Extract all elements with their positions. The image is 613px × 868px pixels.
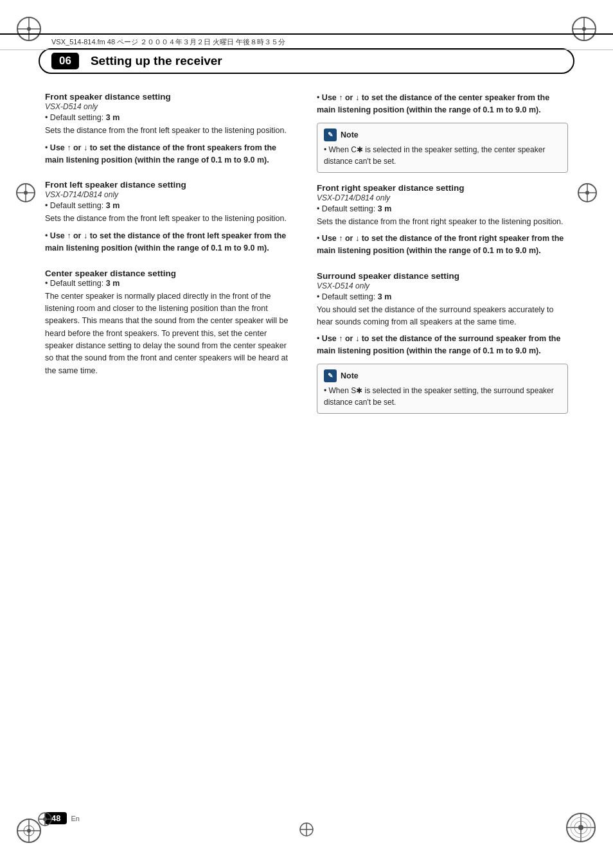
svg-point-7 xyxy=(582,27,586,31)
surround-note-box: ✎ Note • When S✱ is selected in the spea… xyxy=(317,364,568,414)
right-spiral-mid xyxy=(574,180,600,208)
section-center-speaker: Center speaker distance setting • Defaul… xyxy=(45,269,296,378)
chapter-header: 06 Setting up the receiver xyxy=(39,48,574,74)
surround-default: • Default setting: 3 m xyxy=(317,292,568,301)
corner-bottom-right xyxy=(562,808,600,849)
section-front-right-speaker: Front right speaker distance setting VSX… xyxy=(317,183,568,257)
front-left-desc: Sets the distance from the front left sp… xyxy=(45,213,296,225)
page-lang: En xyxy=(71,815,79,822)
svg-point-3 xyxy=(27,27,31,31)
surround-note-icon: ✎ xyxy=(324,369,337,382)
front-left-subtitle: VSX-D714/D814 only xyxy=(45,190,296,199)
center-speaker-default: • Default setting: 3 m xyxy=(45,279,296,288)
chapter-title: Setting up the receiver xyxy=(91,54,222,68)
surround-desc: You should set the distance of the surro… xyxy=(317,304,568,328)
surround-title: Surround speaker distance setting xyxy=(317,271,568,281)
section-front-speaker: Front speaker distance setting VSX-D514 … xyxy=(45,92,296,166)
top-bar: VSX_514-814.fm 48 ページ ２０００４年３月２日 火曜日 午後８… xyxy=(0,33,613,50)
front-left-instruction: • Use ↑ or ↓ to set the distance of the … xyxy=(45,230,296,254)
front-speaker-default: • Default setting: 3 m xyxy=(45,113,296,122)
svg-point-32 xyxy=(43,817,47,821)
center-instruction-text: • Use ↑ or ↓ to set the distance of the … xyxy=(317,92,568,116)
front-speaker-instruction: • Use ↑ or ↓ to set the distance of the … xyxy=(45,142,296,166)
chapter-number: 06 xyxy=(51,53,79,69)
surround-note-text: • When S✱ is selected in the speaker set… xyxy=(324,385,561,408)
surround-subtitle: VSX-D514 only xyxy=(317,281,568,290)
section-surround-speaker: Surround speaker distance setting VSX-D5… xyxy=(317,271,568,414)
svg-point-11 xyxy=(24,191,28,195)
left-spiral-mid xyxy=(13,180,39,208)
svg-point-19 xyxy=(27,829,31,833)
top-bar-text: VSX_514-814.fm 48 ページ ２０００４年３月２日 火曜日 午後８… xyxy=(51,38,285,46)
center-note-text: • When C✱ is selected in the speaker set… xyxy=(324,144,561,167)
center-note-icon: ✎ xyxy=(324,128,337,141)
center-speaker-title: Center speaker distance setting xyxy=(45,269,296,278)
surround-instruction: • Use ↑ or ↓ to set the distance of the … xyxy=(317,333,568,357)
center-note-label: Note xyxy=(341,130,359,139)
surround-note-header: ✎ Note xyxy=(324,369,561,382)
right-column: • Use ↑ or ↓ to set the distance of the … xyxy=(317,92,568,424)
front-speaker-subtitle: VSX-D514 only xyxy=(45,102,296,111)
bottom-left-reg xyxy=(35,810,55,831)
front-speaker-title: Front speaker distance setting xyxy=(45,92,296,102)
front-right-instruction: • Use ↑ or ↓ to set the distance of the … xyxy=(317,233,568,257)
center-note-box: ✎ Note • When C✱ is selected in the spea… xyxy=(317,123,568,173)
surround-note-label: Note xyxy=(341,371,359,380)
front-left-default: • Default setting: 3 m xyxy=(45,201,296,210)
front-left-title: Front left speaker distance setting xyxy=(45,180,296,190)
center-speaker-desc: The center speaker is normally placed di… xyxy=(45,290,296,378)
front-right-subtitle: VSX-D714/D814 only xyxy=(317,193,568,202)
front-right-default: • Default setting: 3 m xyxy=(317,204,568,213)
svg-point-15 xyxy=(585,191,589,195)
front-right-desc: Sets the distance from the front right s… xyxy=(317,216,568,228)
section-center-instruction: • Use ↑ or ↓ to set the distance of the … xyxy=(317,92,568,173)
bottom-center-reg xyxy=(297,820,316,841)
front-speaker-desc: Sets the distance from the front left sp… xyxy=(45,125,296,137)
left-column: Front speaker distance setting VSX-D514 … xyxy=(45,92,296,391)
front-right-title: Front right speaker distance setting xyxy=(317,183,568,193)
svg-point-23 xyxy=(578,825,583,830)
main-content: Front speaker distance setting VSX-D514 … xyxy=(45,92,568,424)
center-note-header: ✎ Note xyxy=(324,128,561,141)
section-front-left-speaker: Front left speaker distance setting VSX-… xyxy=(45,180,296,254)
